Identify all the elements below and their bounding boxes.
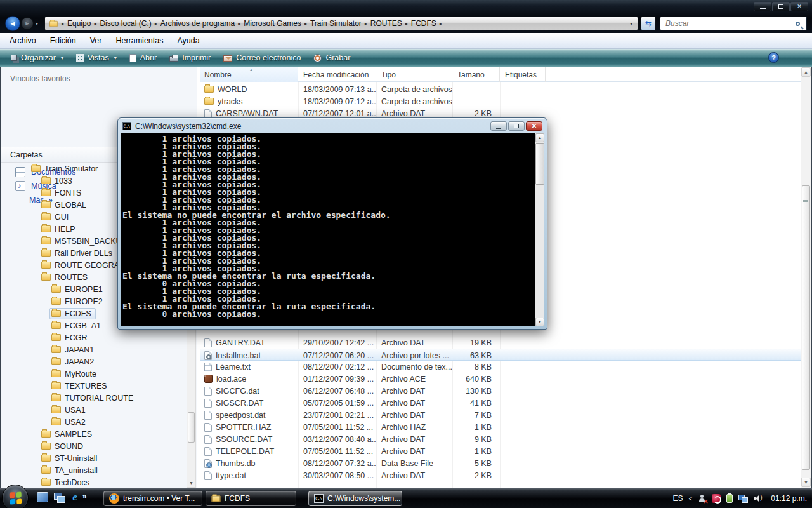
cmd-title-bar[interactable]: C:\ C:\Windows\system32\cmd.exe ✕ xyxy=(120,119,545,133)
cmd-close-button[interactable]: ✕ xyxy=(526,121,542,131)
tree-item-ta_uninstall[interactable]: TA_uninstall xyxy=(1,464,187,476)
tree-item-inner[interactable]: FCDFS xyxy=(49,308,96,319)
list-scrollbar[interactable]: ▲ ▼ xyxy=(801,67,811,488)
tree-item-japan2[interactable]: JAPAN2 xyxy=(1,356,187,368)
tree-item-inner[interactable]: 1033 xyxy=(39,175,77,187)
minimize-button[interactable] xyxy=(754,2,771,11)
file-row-ssource.dat[interactable]: SSOURCE.DAT03/12/2007 08:40 a...Archivo … xyxy=(200,433,801,445)
tree-scroll-thumb[interactable] xyxy=(188,412,195,443)
console[interactable]: 1 archivos copiados. 1 archivos copiados… xyxy=(121,133,544,326)
file-row-spotter.haz[interactable]: SPOTTER.HAZ07/05/2001 11:52 ...Archivo H… xyxy=(200,421,801,433)
breadcrumb-item[interactable]: Train Simulator xyxy=(310,19,362,28)
console-scroll-thumb[interactable] xyxy=(535,143,544,185)
toolbar-button-grabar[interactable]: Grabar xyxy=(308,51,356,64)
scroll-down-icon[interactable]: ▼ xyxy=(187,479,195,487)
tree-item-japan1[interactable]: JAPAN1 xyxy=(1,344,187,356)
volume-icon[interactable]: ) xyxy=(754,494,764,503)
menu-item[interactable]: Archivo xyxy=(3,36,43,45)
file-row-installme.bat[interactable]: Installme.bat07/12/2007 06:20 ...Archivo… xyxy=(200,349,801,361)
messenger-icon[interactable]: ✕ xyxy=(698,495,706,503)
tree-item-samples[interactable]: SAMPLES xyxy=(1,428,187,440)
internet-explorer-icon[interactable]: e xyxy=(70,492,80,502)
breadcrumb-item[interactable]: ROUTES xyxy=(370,19,402,28)
scroll-up-icon[interactable]: ▲ xyxy=(801,67,811,77)
overflow-chevron-icon[interactable]: » xyxy=(82,492,87,501)
tree-item-inner[interactable]: TEXTURES xyxy=(49,380,112,392)
toolbar-button-abrir[interactable]: Abrir xyxy=(124,51,162,64)
breadcrumb-item[interactable]: Equipo xyxy=(67,19,91,28)
cmd-maximize-button[interactable] xyxy=(508,121,525,131)
breadcrumb-item[interactable]: FCDFS xyxy=(411,19,436,28)
taskbar-button-1[interactable]: trensim.com • Ver T... xyxy=(103,491,202,506)
tree-item-textures[interactable]: TEXTURES xyxy=(1,380,187,392)
breadcrumb[interactable]: ▸Equipo▸Disco local (C:)▸Archivos de pro… xyxy=(44,17,638,30)
tree-item-inner[interactable]: FONTS xyxy=(39,187,86,199)
file-row-speedpost.dat[interactable]: speedpost.dat23/07/2001 02:21 ...Archivo… xyxy=(200,409,801,421)
tray-chevron-icon[interactable]: < xyxy=(688,495,692,502)
file-row-sigscr.dat[interactable]: SIGSCR.DAT05/07/2005 01:59 ...Archivo DA… xyxy=(200,397,801,409)
toolbar-button-correo-electrónico[interactable]: Correo electrónico xyxy=(218,51,306,64)
menu-item[interactable]: Edición xyxy=(43,36,83,45)
tree-item-inner[interactable]: EUROPE2 xyxy=(49,296,107,307)
back-button[interactable]: ◄ xyxy=(5,16,20,31)
menu-item[interactable]: Ayuda xyxy=(170,36,206,45)
tree-item-inner[interactable]: USA2 xyxy=(49,417,90,428)
scroll-up-icon[interactable]: ▲ xyxy=(535,133,544,142)
file-row-ytracks[interactable]: ytracks18/03/2009 07:12 a...Carpeta de a… xyxy=(200,95,801,107)
tree-item-st-uninstall[interactable]: ST-Uninstall xyxy=(1,452,187,464)
search-box[interactable] xyxy=(660,17,807,30)
file-row-gantry.dat[interactable]: GANTRY.DAT29/10/2007 12:42 ...Archivo DA… xyxy=(200,337,801,349)
column-header-etiquetas[interactable]: Etiquetas xyxy=(500,67,546,82)
address-dropdown-icon[interactable]: ▾ xyxy=(630,21,634,27)
tree-item-techdocs[interactable]: TechDocs xyxy=(1,476,187,488)
breadcrumb-item[interactable]: Archivos de programa xyxy=(160,19,235,28)
network-icon[interactable] xyxy=(738,495,748,503)
tree-item-inner[interactable]: GUI xyxy=(39,211,73,223)
start-button[interactable] xyxy=(2,485,29,508)
list-scroll-thumb[interactable] xyxy=(802,185,810,470)
breadcrumb-item[interactable]: Disco local (C:) xyxy=(100,19,151,28)
clock[interactable]: 01:12 p.m. xyxy=(771,494,807,503)
tree-item-inner[interactable]: EUROPE1 xyxy=(49,284,107,295)
toolbar-button-organizar[interactable]: Organizar▾ xyxy=(5,51,69,64)
scroll-down-icon[interactable]: ▼ xyxy=(535,318,544,326)
column-header-tamaño[interactable]: Tamaño xyxy=(452,67,500,82)
file-row-world[interactable]: WORLD18/03/2009 07:13 a...Carpeta de arc… xyxy=(200,83,801,95)
file-row-ttype.dat[interactable]: ttype.dat30/03/2007 08:50 ...Archivo DAT… xyxy=(200,469,801,481)
menu-item[interactable]: Herramientas xyxy=(108,36,170,45)
search-input[interactable] xyxy=(660,19,796,28)
search-icon[interactable] xyxy=(796,22,800,26)
forward-button[interactable]: ► xyxy=(21,17,34,30)
console-scrollbar[interactable]: ▲ ▼ xyxy=(535,133,544,326)
tree-item-usa1[interactable]: USA1 xyxy=(1,404,187,416)
tree-item-inner[interactable]: Rail Driver DLLs xyxy=(39,248,117,259)
tree-item-inner[interactable]: JAPAN1 xyxy=(49,344,98,356)
column-header-fecha-modificación[interactable]: Fecha modificación xyxy=(298,67,376,82)
toolbar-button-vistas[interactable]: Vistas▾ xyxy=(70,51,122,64)
show-desktop-icon[interactable] xyxy=(37,492,48,502)
maximize-button[interactable] xyxy=(772,2,790,11)
language-indicator[interactable]: ES xyxy=(672,494,683,503)
file-row-telepole.dat[interactable]: TELEPOLE.DAT07/05/2001 11:52 ...Archivo … xyxy=(200,445,801,457)
file-row-léame.txt[interactable]: Léame.txt08/12/2007 02:12 ...Documento d… xyxy=(200,361,801,373)
tree-item-inner[interactable]: MyRoute xyxy=(49,368,101,380)
taskbar-button-2[interactable]: FCDFS xyxy=(206,491,296,506)
tree-item-inner[interactable]: ROUTES xyxy=(39,272,92,283)
help-button[interactable]: ? xyxy=(768,52,779,63)
tree-item-inner[interactable]: TUTORIAL ROUTE xyxy=(49,392,138,404)
file-row-sigcfg.dat[interactable]: SIGCFG.dat06/12/2007 06:48 ...Archivo DA… xyxy=(200,385,801,397)
antivirus-icon[interactable] xyxy=(712,494,721,503)
tree-item-myroute[interactable]: MyRoute xyxy=(1,368,187,380)
tree-item-inner[interactable]: SAMPLES xyxy=(39,429,96,440)
tree-item-inner[interactable]: ROUTE GEOGRAP xyxy=(39,260,129,271)
scroll-down-icon[interactable]: ▼ xyxy=(801,478,811,487)
tree-item-inner[interactable]: Train Simulator xyxy=(29,163,102,175)
taskbar-button-3[interactable]: C:\C:\Windows\system... xyxy=(308,491,402,506)
tree-item-usa2[interactable]: USA2 xyxy=(1,416,187,428)
tree-item-fcgr[interactable]: FCGR xyxy=(1,331,187,344)
battery-icon[interactable] xyxy=(726,494,733,503)
tree-item-inner[interactable]: FCGB_A1 xyxy=(49,320,105,331)
file-row-thumbs.db[interactable]: Thumbs.db08/12/2007 07:32 a...Data Base … xyxy=(200,457,801,469)
nav-history-dropdown[interactable]: ▾ xyxy=(36,21,38,27)
tree-item-inner[interactable]: JAPAN2 xyxy=(49,356,98,368)
